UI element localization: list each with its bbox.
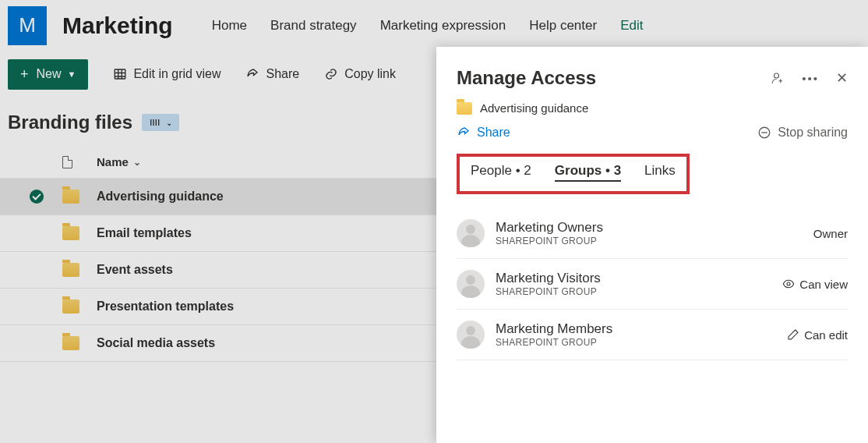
panel-item: Advertising guidance: [457, 101, 848, 115]
svg-point-4: [787, 282, 790, 285]
stop-icon: [757, 126, 771, 140]
folder-icon: [62, 190, 79, 204]
close-icon[interactable]: ✕: [836, 69, 848, 87]
folder-icon: [62, 336, 79, 350]
site-nav: Home Brand strategy Marketing expression…: [212, 18, 644, 34]
document-icon: [62, 156, 72, 168]
panel-share-label: Share: [477, 126, 510, 140]
eye-icon: [782, 278, 795, 290]
group-name: Marketing Owners: [496, 220, 603, 236]
row-name: Presentation templates: [97, 299, 234, 314]
row-icon: [62, 336, 97, 350]
folder-icon: [457, 102, 472, 115]
more-options-icon[interactable]: •••: [802, 72, 819, 85]
chevron-down-icon: ⌄: [133, 157, 141, 168]
view-switcher[interactable]: ⌄: [142, 114, 179, 131]
permission-selector[interactable]: Can view: [782, 278, 848, 291]
permission-selector[interactable]: Can edit: [787, 328, 848, 342]
stop-sharing-label: Stop sharing: [778, 126, 848, 140]
site-title[interactable]: Marketing: [62, 12, 173, 39]
nav-edit[interactable]: Edit: [620, 18, 643, 34]
tab-groups[interactable]: Groups • 3: [555, 163, 621, 182]
share-icon: [457, 126, 471, 140]
row-icon: [62, 190, 97, 204]
group-row[interactable]: Marketing Members SHAREPOINT GROUP Can e…: [457, 310, 848, 360]
folder-icon: [62, 299, 79, 314]
grid-icon: [113, 67, 127, 81]
row-icon: [62, 263, 97, 277]
check-icon: [30, 190, 44, 204]
nav-help-center[interactable]: Help center: [529, 18, 597, 34]
share-label: Share: [266, 67, 299, 81]
row-name: Email templates: [97, 226, 192, 240]
panel-item-name: Advertising guidance: [480, 101, 588, 115]
avatar: [457, 321, 485, 349]
share-button[interactable]: Share: [245, 67, 299, 81]
new-button[interactable]: + New ▼: [8, 59, 88, 90]
copy-link-label: Copy link: [344, 67, 396, 81]
group-row[interactable]: Marketing Visitors SHAREPOINT GROUP Can …: [457, 259, 848, 310]
svg-rect-0: [115, 69, 126, 79]
group-name: Marketing Members: [496, 321, 612, 337]
row-icon: [62, 226, 97, 240]
copy-link-button[interactable]: Copy link: [324, 67, 396, 81]
row-icon: [62, 299, 97, 314]
tab-links[interactable]: Links: [644, 163, 676, 182]
tab-people[interactable]: People • 2: [471, 163, 531, 182]
permission-label[interactable]: Owner: [813, 227, 848, 240]
group-row[interactable]: Marketing Owners SHAREPOINT GROUP Owner: [457, 208, 848, 259]
row-name: Advertising guidance: [97, 190, 224, 204]
grant-access-icon[interactable]: [771, 71, 785, 85]
link-icon: [324, 67, 338, 81]
group-name: Marketing Visitors: [496, 271, 601, 286]
avatar: [457, 219, 485, 247]
manage-access-panel: Manage Access ••• ✕ Advertising guidance…: [436, 47, 868, 443]
pencil-icon: [787, 328, 799, 341]
site-header: M Marketing Home Brand strategy Marketin…: [0, 0, 868, 51]
section-title: Branding files: [8, 112, 132, 133]
panel-title: Manage Access: [457, 67, 596, 89]
folder-icon: [62, 226, 79, 240]
stop-sharing-button[interactable]: Stop sharing: [757, 126, 848, 140]
nav-home[interactable]: Home: [212, 18, 247, 34]
nav-brand-strategy[interactable]: Brand strategy: [270, 18, 357, 34]
chevron-down-icon: ⌄: [166, 119, 172, 127]
column-name-label: Name: [97, 155, 129, 168]
panel-share-button[interactable]: Share: [457, 126, 510, 140]
permission-label: Can view: [799, 278, 848, 291]
share-icon: [245, 67, 259, 81]
new-button-label: New: [37, 67, 62, 81]
folder-icon: [62, 263, 79, 277]
nav-marketing-expression[interactable]: Marketing expression: [380, 18, 506, 34]
chevron-down-icon: ▼: [68, 69, 76, 79]
site-logo[interactable]: M: [8, 6, 47, 45]
edit-grid-view-button[interactable]: Edit in grid view: [113, 67, 221, 81]
group-type: SHAREPOINT GROUP: [496, 286, 601, 297]
tabs-highlight-box: People • 2 Groups • 3 Links: [457, 154, 690, 194]
svg-point-2: [774, 73, 779, 78]
group-type: SHAREPOINT GROUP: [496, 236, 603, 246]
row-name: Event assets: [97, 263, 173, 277]
edit-grid-label: Edit in grid view: [133, 67, 221, 81]
permission-label: Can edit: [804, 328, 848, 342]
row-name: Social media assets: [97, 336, 215, 350]
avatar: [457, 270, 485, 298]
group-type: SHAREPOINT GROUP: [496, 337, 612, 348]
column-type[interactable]: [62, 156, 97, 168]
stack-icon: [149, 116, 161, 129]
plus-icon: +: [20, 66, 29, 83]
row-select[interactable]: [8, 190, 62, 204]
